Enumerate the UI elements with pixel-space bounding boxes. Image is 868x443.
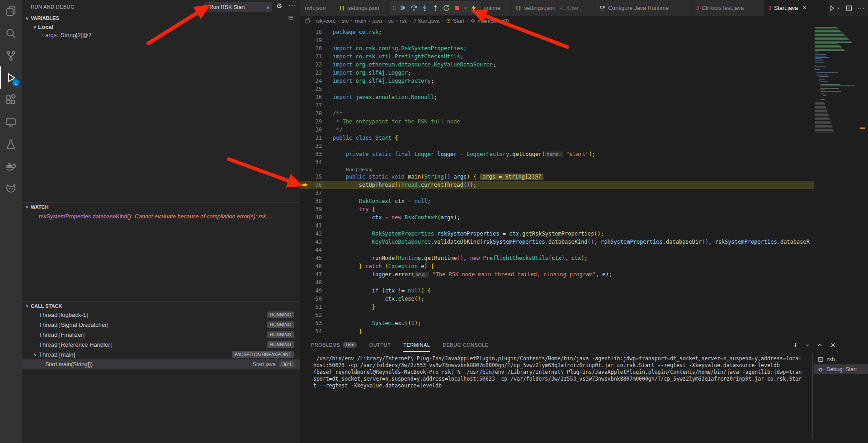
section-header-watch[interactable]: ∨ WATCH xyxy=(22,202,300,211)
terminal-session-debug-start[interactable]: Debug: Start xyxy=(814,364,868,374)
breadcrumb-item[interactable]: main xyxy=(355,18,366,24)
gutter[interactable] xyxy=(300,85,309,93)
gutter[interactable] xyxy=(300,197,309,205)
gutter[interactable] xyxy=(300,262,309,270)
gutter[interactable] xyxy=(300,28,309,36)
gutter[interactable] xyxy=(300,52,309,61)
breadcrumb-file[interactable]: Start.java xyxy=(418,18,440,24)
gutter[interactable] xyxy=(300,238,309,246)
continue-icon[interactable] xyxy=(397,2,408,14)
run-config-label[interactable]: Run RSK Start xyxy=(209,4,266,10)
gutter[interactable] xyxy=(300,230,309,238)
breadcrumb-item[interactable]: java xyxy=(373,18,382,24)
thread-row[interactable]: Thread [logback-1] RUNNING xyxy=(22,310,300,320)
tab-configure-java-runtime[interactable]: Configure Java Runtime xyxy=(594,0,692,16)
thread-row[interactable]: Thread [Reference Handler] RUNNING xyxy=(22,339,300,349)
activity-docker-icon[interactable] xyxy=(0,155,22,177)
stop-menu-icon[interactable] xyxy=(462,2,468,14)
gutter[interactable] xyxy=(300,254,309,262)
gutter[interactable] xyxy=(300,278,309,287)
activity-search-icon[interactable] xyxy=(0,22,22,44)
gutter[interactable] xyxy=(300,158,309,166)
breadcrumb-item[interactable]: src xyxy=(342,18,349,24)
thread-row[interactable]: Thread [Finalizer] RUNNING xyxy=(22,330,300,339)
section-header-variables[interactable]: ∨ VARIABLES xyxy=(22,14,300,23)
gutter[interactable] xyxy=(300,44,309,52)
gutter[interactable] xyxy=(300,142,309,150)
gutter[interactable] xyxy=(300,327,309,335)
minimap[interactable] xyxy=(814,25,858,338)
activity-debug-icon[interactable]: 1 xyxy=(0,66,22,89)
gutter[interactable] xyxy=(300,77,309,85)
terminal-output[interactable]: /usr/bin/env /Library/Internet\ Plug-Ins… xyxy=(313,355,811,440)
run-java-button[interactable] xyxy=(828,5,841,12)
gutter[interactable] xyxy=(300,61,309,69)
breadcrumb-symbol[interactable]: Start xyxy=(453,18,464,24)
gutter[interactable] xyxy=(300,101,309,109)
panel-tab-terminal[interactable]: TERMINAL xyxy=(403,338,430,352)
gutter[interactable] xyxy=(300,109,309,118)
new-terminal-icon[interactable] xyxy=(792,342,799,349)
code-area[interactable]: 18package co.rsk;1920import co.rsk.confi… xyxy=(300,25,814,338)
view-mode-icon[interactable] xyxy=(288,15,294,22)
breadcrumb-item[interactable]: rsk xyxy=(400,18,407,24)
more-actions-icon[interactable]: ··· xyxy=(288,1,297,9)
gutter[interactable] xyxy=(300,118,309,126)
thread-row[interactable]: Thread [Signal Dispatcher] RUNNING xyxy=(22,320,300,330)
gutter[interactable] xyxy=(300,246,309,254)
split-editor-icon[interactable] xyxy=(845,5,853,12)
activity-source-control-icon[interactable] xyxy=(0,44,22,66)
panel-tab-output[interactable]: OUTPUT xyxy=(369,338,391,352)
drag-handle-icon[interactable] xyxy=(391,2,397,14)
codelens-run-debug[interactable]: Run | Debug xyxy=(300,166,814,173)
close-icon[interactable]: ✕ xyxy=(802,5,807,11)
watch-row[interactable]: rskSystemProperties.databaseKind(): Cann… xyxy=(22,212,300,221)
terminal-session-zsh[interactable]: zsh xyxy=(814,354,868,364)
close-panel-icon[interactable] xyxy=(830,342,836,349)
gutter[interactable] xyxy=(300,189,309,197)
gutter[interactable] xyxy=(300,213,309,222)
panel-tab-debug-console[interactable]: DEBUG CONSOLE xyxy=(443,338,488,352)
terminal-dropdown-icon[interactable] xyxy=(805,342,810,349)
chevron-down-icon[interactable]: ∨ xyxy=(266,5,269,10)
gutter[interactable] xyxy=(300,173,309,181)
more-editor-actions-icon[interactable]: ··· xyxy=(857,5,865,12)
panel-tab-problems[interactable]: PROBLEMS1K+ xyxy=(311,338,357,352)
gutter[interactable] xyxy=(300,134,309,142)
gutter[interactable] xyxy=(300,311,309,319)
activity-animal-icon[interactable] xyxy=(0,177,22,199)
tab-settings-json[interactable]: {}settings.json~/.../User xyxy=(511,0,594,16)
hot-code-replace-icon[interactable] xyxy=(468,2,479,14)
tab-clitoolstest-java[interactable]: JCliToolsTest.java xyxy=(692,0,764,16)
activity-beaker-icon[interactable] xyxy=(0,133,22,155)
run-config-dropdown[interactable]: Run RSK Start ∨ xyxy=(204,2,272,12)
activity-remote-icon[interactable] xyxy=(0,111,22,133)
gear-icon[interactable]: ⚙ xyxy=(276,2,282,10)
step-out-icon[interactable] xyxy=(430,2,441,14)
editor-stack-icon[interactable] xyxy=(305,18,311,24)
thread-row[interactable]: ∨Thread [main] PAUSED ON BREAKPOINT xyxy=(22,349,300,359)
activity-files-icon[interactable] xyxy=(0,0,22,22)
gutter[interactable] xyxy=(300,303,309,311)
gutter[interactable] xyxy=(300,93,309,101)
gutter[interactable] xyxy=(300,319,309,327)
gutter[interactable] xyxy=(300,222,309,230)
activity-extensions-icon[interactable] xyxy=(0,89,22,111)
gutter[interactable] xyxy=(300,205,309,213)
stop-icon[interactable] xyxy=(452,2,462,14)
maximize-panel-icon[interactable] xyxy=(816,342,823,349)
step-over-icon[interactable] xyxy=(408,2,419,14)
variable-row[interactable]: › args: String[2]@7 xyxy=(22,31,300,39)
breakpoint-current-line-icon[interactable] xyxy=(300,181,309,189)
tab-start-java[interactable]: JStart.java✕ xyxy=(764,0,828,16)
gutter[interactable] xyxy=(300,69,309,77)
gutter[interactable] xyxy=(300,126,309,134)
step-into-icon[interactable] xyxy=(419,2,430,14)
breadcrumb-symbol[interactable]: main(String[]) xyxy=(477,18,509,24)
tab-nch-json[interactable]: nch.json xyxy=(300,0,335,16)
stack-frame-row[interactable]: Start.main(String[]) Start.java 36:1 xyxy=(22,359,300,369)
restart-icon[interactable] xyxy=(441,2,452,14)
breadcrumb-item[interactable]: co xyxy=(388,18,394,24)
breadcrumb-item[interactable]: rskj-core xyxy=(316,18,335,24)
gutter[interactable] xyxy=(300,295,309,303)
